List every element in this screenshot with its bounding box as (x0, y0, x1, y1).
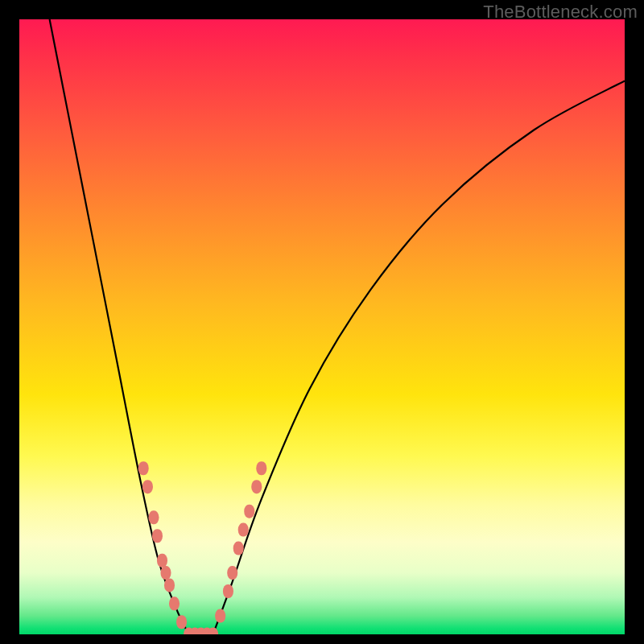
fit-dot (238, 523, 249, 537)
fit-dot (148, 510, 159, 524)
fit-dot (152, 529, 163, 543)
fit-dot (215, 609, 225, 623)
fit-dot (223, 584, 233, 598)
fit-dot (138, 461, 149, 475)
fit-dot (169, 597, 180, 610)
fit-dot (233, 542, 244, 555)
plot-area (19, 19, 625, 634)
fit-dot (142, 480, 153, 493)
fit-dot (256, 461, 266, 475)
fit-dot (176, 615, 187, 629)
fit-dot (244, 505, 254, 518)
fit-dot (157, 554, 167, 568)
chart-svg (19, 19, 625, 634)
left-curve-path (50, 19, 189, 634)
fit-dot (251, 480, 262, 493)
fit-dot (227, 566, 237, 580)
line-series-group (50, 19, 625, 634)
right-curve-path (213, 80, 625, 634)
fit-dot (164, 578, 175, 592)
markers-group (138, 461, 267, 634)
chart-frame: TheBottleneck.com (0, 0, 644, 644)
fit-dot (160, 566, 171, 580)
